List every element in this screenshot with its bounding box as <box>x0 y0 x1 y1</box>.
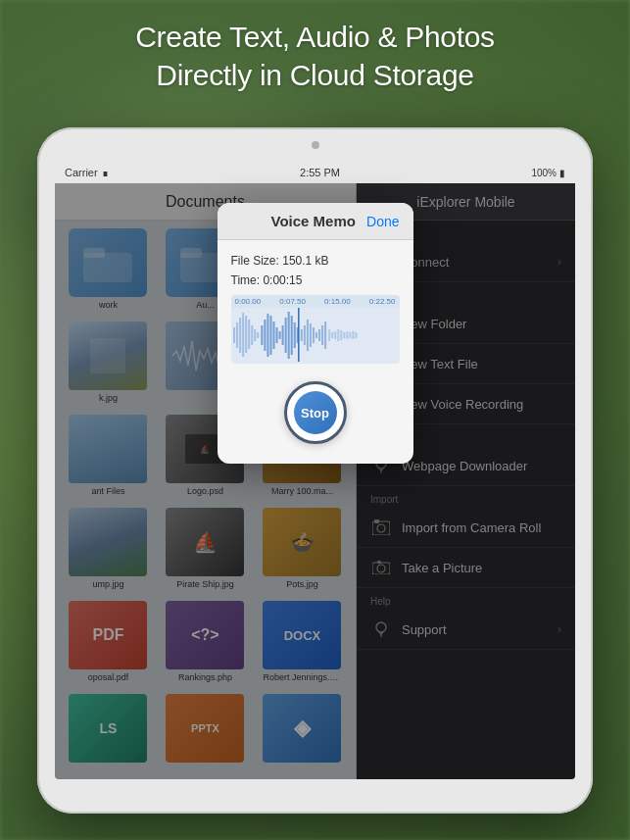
svg-rect-32 <box>257 332 259 338</box>
waveform-svg <box>231 308 400 362</box>
svg-rect-55 <box>328 329 330 341</box>
svg-rect-28 <box>245 316 247 353</box>
svg-rect-31 <box>254 329 256 341</box>
svg-rect-49 <box>309 323 311 347</box>
svg-rect-35 <box>267 314 268 357</box>
svg-rect-61 <box>346 331 348 339</box>
svg-rect-54 <box>324 321 326 349</box>
svg-rect-25 <box>236 322 238 348</box>
ipad-screen: Carrier ∎ 2:55 PM 100% ▮ Documents <box>55 162 575 779</box>
svg-rect-59 <box>340 330 342 340</box>
svg-rect-36 <box>269 316 271 355</box>
svg-rect-47 <box>303 325 305 345</box>
stop-label: Stop <box>301 406 329 420</box>
svg-rect-26 <box>239 318 241 353</box>
svg-rect-30 <box>251 325 253 345</box>
status-bar: Carrier ∎ 2:55 PM 100% ▮ <box>55 162 575 183</box>
svg-rect-53 <box>321 325 323 345</box>
svg-rect-48 <box>306 320 308 351</box>
svg-rect-56 <box>331 332 333 338</box>
headline-line1: Create Text, Audio & Photos <box>0 18 630 56</box>
svg-rect-33 <box>261 325 263 345</box>
svg-rect-60 <box>343 332 345 338</box>
modal-body: File Size: 150.1 kB Time: 0:00:15 0:00.0… <box>218 240 413 464</box>
stop-button[interactable]: Stop <box>294 391 337 434</box>
svg-rect-42 <box>287 312 289 359</box>
svg-rect-58 <box>337 329 339 341</box>
timeline-1: 0:07.50 <box>279 297 306 306</box>
headline: Create Text, Audio & Photos Directly in … <box>0 18 630 94</box>
modal-header: Voice Memo Done <box>218 203 413 240</box>
svg-rect-27 <box>242 313 244 357</box>
svg-rect-57 <box>334 331 336 339</box>
file-size-stat: File Size: 150.1 kB <box>231 254 400 268</box>
timeline-3: 0:22.50 <box>369 297 396 306</box>
timeline-2: 0:15.00 <box>324 297 351 306</box>
svg-rect-40 <box>281 325 283 345</box>
modal-overlay: Voice Memo Done File Size: 150.1 kB Time… <box>55 183 575 779</box>
voice-memo-modal: Voice Memo Done File Size: 150.1 kB Time… <box>218 203 413 464</box>
svg-rect-51 <box>315 332 317 338</box>
svg-rect-43 <box>290 316 292 355</box>
battery-label: 100% <box>531 168 557 178</box>
svg-rect-62 <box>349 332 351 338</box>
status-left: Carrier ∎ <box>65 167 109 179</box>
svg-rect-63 <box>352 331 354 339</box>
timeline-0: 0:00.00 <box>235 297 262 306</box>
svg-rect-52 <box>318 329 320 341</box>
headline-line2: Directly in Cloud Storage <box>0 56 630 94</box>
svg-rect-64 <box>355 332 357 338</box>
status-time: 2:55 PM <box>300 167 340 178</box>
wifi-icon: ∎ <box>102 167 109 179</box>
svg-rect-39 <box>278 331 280 339</box>
battery-icon: ▮ <box>559 168 565 178</box>
svg-rect-44 <box>293 322 295 348</box>
svg-rect-46 <box>300 329 302 341</box>
waveform-timeline: 0:00.00 0:07.50 0:15.00 0:22.50 <box>231 295 400 308</box>
carrier-label: Carrier <box>65 167 98 178</box>
svg-rect-29 <box>248 320 250 349</box>
svg-rect-37 <box>272 321 274 349</box>
time-stat: Time: 0:00:15 <box>231 273 400 287</box>
svg-rect-24 <box>233 327 235 343</box>
ipad-frame: Carrier ∎ 2:55 PM 100% ▮ Documents <box>37 127 593 814</box>
svg-rect-41 <box>284 318 286 353</box>
svg-rect-38 <box>275 327 277 343</box>
svg-rect-50 <box>312 327 314 343</box>
modal-done-button[interactable]: Done <box>366 214 399 229</box>
modal-title: Voice Memo <box>261 213 367 229</box>
stop-btn-outer: Stop <box>284 381 347 444</box>
status-right: 100% ▮ <box>531 168 565 178</box>
svg-rect-34 <box>264 320 266 351</box>
waveform-container: 0:00.00 0:07.50 0:15.00 0:22.50 <box>231 295 400 364</box>
stop-btn-container: Stop <box>231 371 400 450</box>
